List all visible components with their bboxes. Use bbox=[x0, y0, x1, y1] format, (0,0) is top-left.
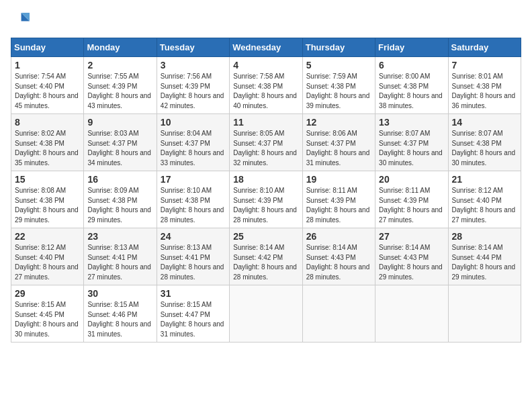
day-info: Sunrise: 8:14 AMSunset: 4:44 PMDaylight:… bbox=[452, 244, 516, 281]
day-number: 13 bbox=[379, 117, 444, 128]
calendar-cell: 30 Sunrise: 8:15 AMSunset: 4:46 PMDaylig… bbox=[84, 285, 157, 342]
header bbox=[11, 11, 521, 30]
day-info: Sunrise: 8:00 AMSunset: 4:38 PMDaylight:… bbox=[379, 73, 443, 109]
calendar-cell: 11 Sunrise: 8:05 AMSunset: 4:37 PMDaylig… bbox=[230, 114, 302, 171]
day-info: Sunrise: 8:15 AMSunset: 4:46 PMDaylight:… bbox=[87, 301, 151, 338]
day-info: Sunrise: 8:12 AMSunset: 4:40 PMDaylight:… bbox=[452, 187, 516, 224]
calendar-cell bbox=[302, 285, 375, 342]
calendar-week-2: 8 Sunrise: 8:02 AMSunset: 4:38 PMDayligh… bbox=[11, 114, 521, 171]
calendar-week-1: 1 Sunrise: 7:54 AMSunset: 4:40 PMDayligh… bbox=[11, 57, 521, 114]
calendar-header-thursday: Thursday bbox=[302, 38, 375, 57]
day-number: 5 bbox=[306, 60, 371, 71]
day-info: Sunrise: 8:10 AMSunset: 4:38 PMDaylight:… bbox=[161, 187, 224, 224]
day-number: 14 bbox=[452, 117, 517, 128]
day-number: 21 bbox=[452, 174, 517, 185]
calendar-cell: 23 Sunrise: 8:13 AMSunset: 4:41 PMDaylig… bbox=[84, 228, 157, 285]
day-info: Sunrise: 7:56 AMSunset: 4:39 PMDaylight:… bbox=[161, 73, 224, 109]
calendar-cell: 4 Sunrise: 7:58 AMSunset: 4:38 PMDayligh… bbox=[230, 57, 302, 114]
calendar-cell: 6 Sunrise: 8:00 AMSunset: 4:38 PMDayligh… bbox=[375, 57, 448, 114]
day-number: 25 bbox=[233, 231, 298, 242]
day-info: Sunrise: 8:02 AMSunset: 4:38 PMDaylight:… bbox=[15, 130, 79, 167]
calendar-cell: 10 Sunrise: 8:04 AMSunset: 4:37 PMDaylig… bbox=[157, 114, 229, 171]
day-number: 8 bbox=[15, 117, 80, 128]
day-info: Sunrise: 8:06 AMSunset: 4:37 PMDaylight:… bbox=[306, 130, 370, 167]
day-number: 12 bbox=[306, 117, 371, 128]
day-info: Sunrise: 7:58 AMSunset: 4:38 PMDaylight:… bbox=[233, 73, 297, 109]
day-info: Sunrise: 7:59 AMSunset: 4:38 PMDaylight:… bbox=[306, 73, 370, 109]
calendar-header-tuesday: Tuesday bbox=[157, 38, 229, 57]
calendar-body: 1 Sunrise: 7:54 AMSunset: 4:40 PMDayligh… bbox=[11, 57, 521, 342]
day-number: 31 bbox=[161, 288, 226, 299]
calendar-header-friday: Friday bbox=[375, 38, 448, 57]
day-number: 28 bbox=[452, 231, 517, 242]
calendar-cell: 27 Sunrise: 8:14 AMSunset: 4:43 PMDaylig… bbox=[375, 228, 448, 285]
day-info: Sunrise: 8:14 AMSunset: 4:43 PMDaylight:… bbox=[306, 244, 370, 281]
calendar-cell: 2 Sunrise: 7:55 AMSunset: 4:39 PMDayligh… bbox=[84, 57, 157, 114]
day-number: 6 bbox=[379, 60, 444, 71]
day-info: Sunrise: 7:55 AMSunset: 4:39 PMDaylight:… bbox=[87, 73, 151, 109]
day-number: 30 bbox=[87, 288, 152, 299]
day-info: Sunrise: 8:04 AMSunset: 4:37 PMDaylight:… bbox=[161, 130, 224, 167]
day-info: Sunrise: 8:13 AMSunset: 4:41 PMDaylight:… bbox=[161, 244, 224, 281]
logo bbox=[11, 11, 32, 30]
day-number: 15 bbox=[15, 174, 80, 185]
day-number: 23 bbox=[87, 231, 152, 242]
day-info: Sunrise: 8:15 AMSunset: 4:45 PMDaylight:… bbox=[15, 301, 79, 338]
calendar-cell: 19 Sunrise: 8:11 AMSunset: 4:39 PMDaylig… bbox=[302, 171, 375, 228]
day-number: 11 bbox=[233, 117, 298, 128]
calendar-cell: 28 Sunrise: 8:14 AMSunset: 4:44 PMDaylig… bbox=[448, 228, 521, 285]
day-number: 26 bbox=[306, 231, 371, 242]
calendar-cell bbox=[448, 285, 521, 342]
calendar-cell: 16 Sunrise: 8:09 AMSunset: 4:38 PMDaylig… bbox=[84, 171, 157, 228]
calendar-cell: 25 Sunrise: 8:14 AMSunset: 4:42 PMDaylig… bbox=[230, 228, 302, 285]
calendar-cell: 21 Sunrise: 8:12 AMSunset: 4:40 PMDaylig… bbox=[448, 171, 521, 228]
day-number: 18 bbox=[233, 174, 298, 185]
calendar-week-3: 15 Sunrise: 8:08 AMSunset: 4:38 PMDaylig… bbox=[11, 171, 521, 228]
calendar-cell: 20 Sunrise: 8:11 AMSunset: 4:39 PMDaylig… bbox=[375, 171, 448, 228]
calendar-cell: 13 Sunrise: 8:07 AMSunset: 4:37 PMDaylig… bbox=[375, 114, 448, 171]
day-info: Sunrise: 8:07 AMSunset: 4:37 PMDaylight:… bbox=[379, 130, 443, 167]
day-number: 9 bbox=[87, 117, 152, 128]
day-number: 17 bbox=[161, 174, 226, 185]
day-info: Sunrise: 7:54 AMSunset: 4:40 PMDaylight:… bbox=[15, 73, 79, 109]
day-number: 19 bbox=[306, 174, 371, 185]
calendar-cell: 22 Sunrise: 8:12 AMSunset: 4:40 PMDaylig… bbox=[11, 228, 84, 285]
day-info: Sunrise: 8:11 AMSunset: 4:39 PMDaylight:… bbox=[379, 187, 443, 224]
day-number: 22 bbox=[15, 231, 80, 242]
calendar-cell: 3 Sunrise: 7:56 AMSunset: 4:39 PMDayligh… bbox=[157, 57, 229, 114]
day-info: Sunrise: 8:03 AMSunset: 4:37 PMDaylight:… bbox=[87, 130, 151, 167]
day-number: 27 bbox=[379, 231, 444, 242]
calendar-header-saturday: Saturday bbox=[448, 38, 521, 57]
calendar-cell: 14 Sunrise: 8:07 AMSunset: 4:38 PMDaylig… bbox=[448, 114, 521, 171]
logo-icon bbox=[11, 11, 30, 30]
calendar-cell bbox=[375, 285, 448, 342]
day-info: Sunrise: 8:11 AMSunset: 4:39 PMDaylight:… bbox=[306, 187, 370, 224]
day-info: Sunrise: 8:05 AMSunset: 4:37 PMDaylight:… bbox=[233, 130, 297, 167]
day-number: 16 bbox=[87, 174, 152, 185]
calendar-week-4: 22 Sunrise: 8:12 AMSunset: 4:40 PMDaylig… bbox=[11, 228, 521, 285]
calendar-cell: 7 Sunrise: 8:01 AMSunset: 4:38 PMDayligh… bbox=[448, 57, 521, 114]
calendar-cell: 1 Sunrise: 7:54 AMSunset: 4:40 PMDayligh… bbox=[11, 57, 84, 114]
day-number: 7 bbox=[452, 60, 517, 71]
day-number: 2 bbox=[87, 60, 152, 71]
calendar-cell: 26 Sunrise: 8:14 AMSunset: 4:43 PMDaylig… bbox=[302, 228, 375, 285]
calendar-cell bbox=[230, 285, 302, 342]
calendar-cell: 17 Sunrise: 8:10 AMSunset: 4:38 PMDaylig… bbox=[157, 171, 229, 228]
day-number: 1 bbox=[15, 60, 80, 71]
day-number: 4 bbox=[233, 60, 298, 71]
day-info: Sunrise: 8:14 AMSunset: 4:42 PMDaylight:… bbox=[233, 244, 297, 281]
day-number: 29 bbox=[15, 288, 80, 299]
day-info: Sunrise: 8:10 AMSunset: 4:39 PMDaylight:… bbox=[233, 187, 297, 224]
calendar-cell: 9 Sunrise: 8:03 AMSunset: 4:37 PMDayligh… bbox=[84, 114, 157, 171]
day-number: 24 bbox=[161, 231, 226, 242]
calendar-header-row: SundayMondayTuesdayWednesdayThursdayFrid… bbox=[11, 38, 521, 57]
calendar-cell: 5 Sunrise: 7:59 AMSunset: 4:38 PMDayligh… bbox=[302, 57, 375, 114]
calendar-header-sunday: Sunday bbox=[11, 38, 84, 57]
day-info: Sunrise: 8:01 AMSunset: 4:38 PMDaylight:… bbox=[452, 73, 516, 109]
day-info: Sunrise: 8:08 AMSunset: 4:38 PMDaylight:… bbox=[15, 187, 79, 224]
day-info: Sunrise: 8:14 AMSunset: 4:43 PMDaylight:… bbox=[379, 244, 443, 281]
day-info: Sunrise: 8:12 AMSunset: 4:40 PMDaylight:… bbox=[15, 244, 79, 281]
day-info: Sunrise: 8:09 AMSunset: 4:38 PMDaylight:… bbox=[87, 187, 151, 224]
calendar-header-monday: Monday bbox=[84, 38, 157, 57]
calendar-table: SundayMondayTuesdayWednesdayThursdayFrid… bbox=[11, 38, 521, 342]
